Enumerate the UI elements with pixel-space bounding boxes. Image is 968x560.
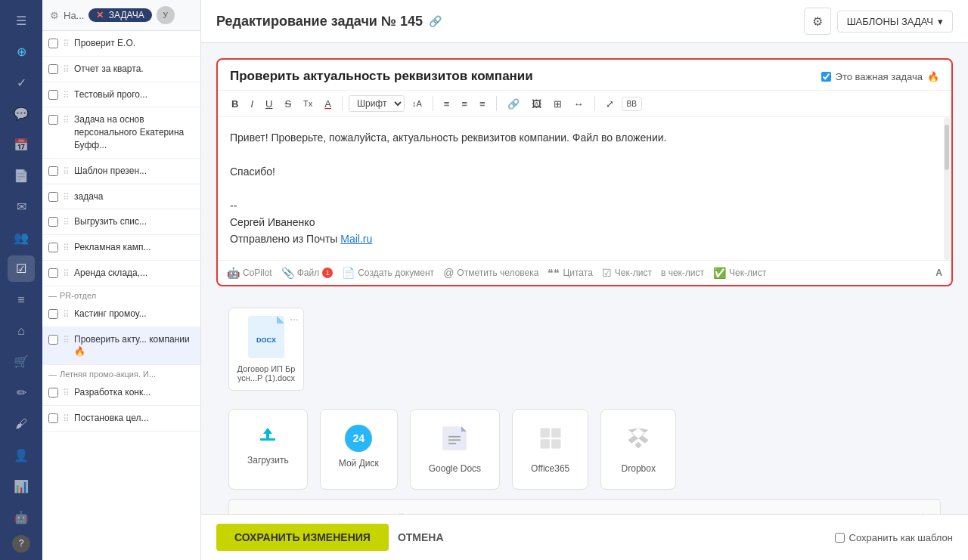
task-item-text: Кастинг промоу... [74,308,147,320]
settings-icon[interactable]: ⚙ [50,10,59,21]
files-icon[interactable]: 📄 [8,162,35,189]
bold-button[interactable]: B [227,96,243,112]
gear-icon: ⚙ [812,14,823,29]
list-item[interactable]: ⠿ Отчет за кварта. [42,57,200,82]
edit-icon[interactable]: ✏ [8,379,35,406]
font-size-button[interactable]: ↕A [408,97,427,110]
gdocs-button[interactable]: Google Docs [410,409,500,490]
tasks-icon[interactable]: ✓ [8,70,35,96]
task-tab[interactable]: ✕ ЗАДАЧА [88,8,151,22]
link-button[interactable]: 🔗 [503,96,524,112]
editor-content[interactable]: Привет! Проверьте, пожалуйста, актуально… [218,117,951,260]
templates-button[interactable]: ШАБЛОНЫ ЗАДАЧ ▾ [837,11,953,32]
checklist2-button[interactable]: ✅ Чек-лист [713,267,766,279]
scrollbar-thumb[interactable] [945,125,949,170]
dropbox-icon [625,425,652,457]
help-icon[interactable]: ? [12,535,30,552]
list-item[interactable]: ⠿ Кастинг промоу... [42,302,200,327]
task-checkbox[interactable] [48,115,58,125]
upload-button[interactable]: Загрузить [228,409,308,490]
toolbar-divider2 [433,96,433,111]
list-item[interactable]: ⠿ задача [42,184,200,210]
office365-button[interactable]: Office365 [512,409,588,490]
inbox-icon[interactable]: ✉ [8,193,35,220]
more-icon[interactable]: ··· [290,313,299,325]
mydisk-button[interactable]: 24 Мой Диск [320,409,398,490]
svg-marker-9 [635,441,642,448]
content-area: Проверить актуальность реквизитов компан… [201,43,968,514]
task-checkbox[interactable] [48,39,58,48]
task-list-items: ⠿ Проверит Е.О. ⠿ Отчет за кварта. ⠿ Тес… [42,31,200,560]
task-checkbox[interactable] [48,388,58,398]
save-button[interactable]: СОХРАНИТЬ ИЗМЕНЕНИЯ [216,524,389,551]
drag-handle: ⠿ [63,335,70,345]
task-checkbox[interactable] [48,166,58,176]
chat-icon[interactable]: 💬 [8,101,35,127]
embed-button[interactable]: ↔ [569,96,588,112]
toolbar-divider4 [594,96,595,111]
list-item[interactable]: ⠿ Аренда склада,... [42,261,200,286]
image-button[interactable]: 🖼 [527,96,546,112]
list-item[interactable]: ⠿ Шаблон презен... [42,159,200,184]
unordered-list-button[interactable]: ≡ [457,96,472,112]
quote-button[interactable]: ❝❝ Цитата [548,267,592,279]
table-button[interactable]: ⊞ [549,96,566,112]
task-checkbox[interactable] [48,217,58,227]
cart-icon[interactable]: 🛒 [8,348,35,375]
team-icon[interactable]: 👥 [8,224,35,251]
code-button[interactable]: BB [622,97,642,111]
task-checkbox[interactable] [48,243,58,252]
task-checkbox[interactable] [48,413,58,423]
ordered-list-button[interactable]: ≡ [439,96,455,112]
list-item[interactable]: ⠿ Проверить акту... компании 🔥 [42,327,200,366]
menu-icon[interactable]: ☰ [8,8,35,34]
brush-icon[interactable]: 🖌 [8,410,35,437]
home-icon[interactable]: ⌂ [8,317,35,344]
to-checklist-button[interactable]: в чек-лист [661,268,704,278]
fullscreen-button[interactable]: ⤢ [601,96,619,112]
checklist-button[interactable]: ☑ Чек-лист [602,267,652,279]
important-checkbox[interactable] [821,72,831,82]
color-button[interactable]: A [320,96,336,112]
italic-button[interactable]: I [246,96,258,112]
clear-format-button[interactable]: Tx [299,97,317,110]
filter-icon[interactable]: ≡ [8,286,35,313]
list-item[interactable]: ⠿ Рекламная камп... [42,235,200,261]
font-select[interactable]: Шрифт [349,95,405,112]
task-checkbox[interactable] [48,192,58,202]
file-button[interactable]: 📎 Файл 1 [281,267,334,279]
copilot-button[interactable]: 🤖 CoPilot [227,267,272,279]
save-template-checkbox[interactable] [835,533,845,543]
strikethrough-button[interactable]: S [280,96,296,112]
list-item[interactable]: ⠿ Разработка конк... [42,380,200,406]
drag-handle: ⠿ [63,243,70,253]
contacts2-icon[interactable]: 👤 [8,442,35,469]
list-item[interactable]: ⠿ Тестовый прого... [42,82,200,108]
underline-button[interactable]: U [261,96,277,112]
list-item[interactable]: ⠿ Задача на основ персонального Екатерин… [42,107,200,158]
bot-icon[interactable]: 🤖 [8,504,35,531]
list-item[interactable]: ⠿ Постановка цел... [42,406,200,432]
link-icon[interactable]: 🔗 [429,15,442,27]
align-button[interactable]: ≡ [475,96,490,112]
task-checkbox[interactable] [48,90,58,100]
content-line-2: Спасибо! [230,163,939,180]
task-checkbox[interactable] [48,64,58,74]
cancel-button[interactable]: ОТМЕНА [398,531,444,543]
task-checkbox[interactable] [48,268,58,278]
attachment-card[interactable]: ··· DOCX Договор ИП Брусн...Р (1).docx [228,308,304,391]
group-pr-label: PR-отдел [42,286,200,302]
create-doc-button[interactable]: 📄 Создать документ [342,267,434,279]
chart-icon[interactable]: 📊 [8,473,35,500]
dropbox-button[interactable]: Dropbox [600,409,676,490]
task-checkbox[interactable] [48,309,58,319]
active-tasks-icon[interactable]: ☑ [8,255,35,282]
mention-button[interactable]: @ Отметить человека [443,267,538,279]
list-item[interactable]: ⠿ Выгрузить спис... [42,209,200,235]
settings-button[interactable]: ⚙ [804,8,831,35]
list-item[interactable]: ⠿ Проверит Е.О. [42,31,200,57]
calendar-icon[interactable]: 📅 [8,131,35,158]
mailru-link[interactable]: Mail.ru [340,233,372,245]
dashboard-icon[interactable]: ⊕ [8,39,35,65]
task-checkbox[interactable] [48,335,58,345]
